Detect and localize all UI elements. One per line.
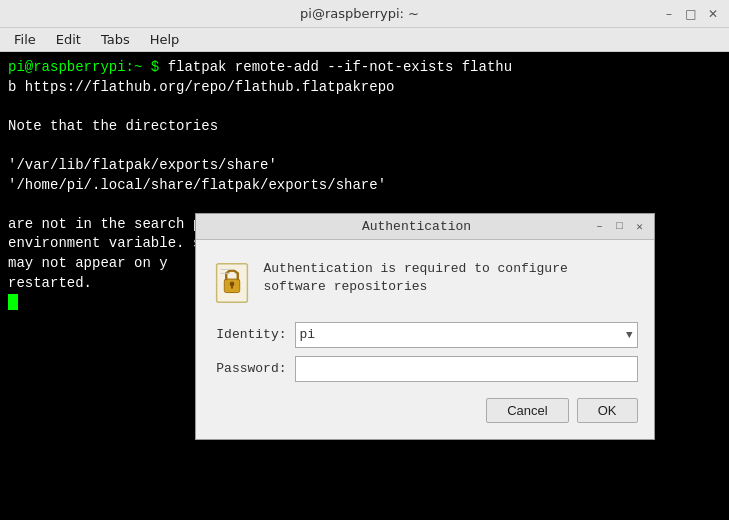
menu-edit[interactable]: Edit <box>46 30 91 49</box>
auth-title-bar: Authentication – □ ✕ <box>196 214 654 240</box>
auth-maximize-button[interactable]: □ <box>612 220 628 233</box>
identity-row: Identity: pi ▼ <box>212 322 638 348</box>
ok-button[interactable]: OK <box>577 398 638 423</box>
password-label: Password: <box>212 361 287 376</box>
window-title: pi@raspberrypi: ~ <box>58 6 661 21</box>
menu-tabs[interactable]: Tabs <box>91 30 140 49</box>
minimize-button[interactable]: – <box>661 7 677 21</box>
auth-dialog-title: Authentication <box>242 219 592 234</box>
lock-icon <box>212 256 252 306</box>
menu-bar: File Edit Tabs Help <box>0 28 729 52</box>
auth-header-row: Authentication is required to configure … <box>212 256 638 306</box>
svg-rect-3 <box>231 284 233 288</box>
password-row: Password: <box>212 356 638 382</box>
auth-window-controls: – □ ✕ <box>592 220 648 233</box>
auth-close-button[interactable]: ✕ <box>632 220 648 233</box>
close-button[interactable]: ✕ <box>705 7 721 21</box>
terminal-window: pi@raspberrypi: ~ – □ ✕ File Edit Tabs H… <box>0 0 729 520</box>
identity-dropdown[interactable]: pi ▼ <box>295 322 638 348</box>
auth-body: Authentication is required to configure … <box>196 240 654 439</box>
auth-dialog: Authentication – □ ✕ <box>195 213 655 440</box>
dropdown-arrow-icon: ▼ <box>626 329 633 341</box>
identity-label: Identity: <box>212 327 287 342</box>
title-bar: pi@raspberrypi: ~ – □ ✕ <box>0 0 729 28</box>
auth-fields: Identity: pi ▼ Password: <box>212 322 638 382</box>
dialog-overlay: Authentication – □ ✕ <box>0 52 729 520</box>
menu-file[interactable]: File <box>4 30 46 49</box>
cancel-button[interactable]: Cancel <box>486 398 568 423</box>
password-input[interactable] <box>295 356 638 382</box>
window-controls: – □ ✕ <box>661 7 721 21</box>
identity-value: pi <box>300 327 316 342</box>
auth-minimize-button[interactable]: – <box>592 220 608 233</box>
auth-buttons: Cancel OK <box>212 398 638 423</box>
terminal-content: pi@raspberrypi:~ $ flatpak remote-add --… <box>0 52 729 520</box>
auth-message: Authentication is required to configure … <box>264 256 638 296</box>
menu-help[interactable]: Help <box>140 30 190 49</box>
maximize-button[interactable]: □ <box>683 7 699 21</box>
